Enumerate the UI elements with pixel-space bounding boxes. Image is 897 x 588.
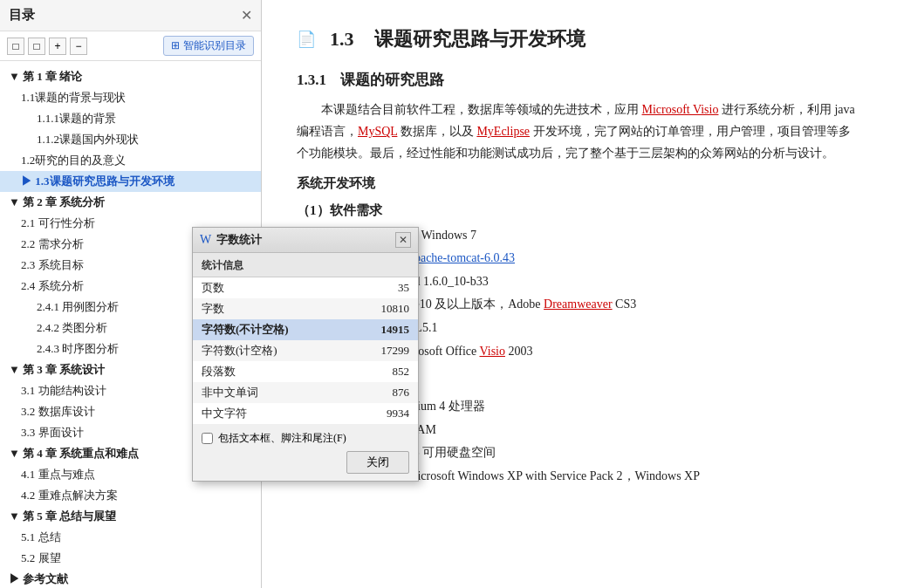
stat-value: 9934 bbox=[349, 403, 418, 424]
link-dreamweaver: Dreamweaver bbox=[544, 297, 613, 311]
sidebar-item-ch5-1[interactable]: 5.1 总结 bbox=[0, 527, 261, 548]
section-number: 1.3 bbox=[330, 28, 354, 50]
link-tomcat: apache-tomcat-6.0.43 bbox=[409, 251, 515, 264]
sidebar-item-ref[interactable]: ▶ 参考文献 bbox=[0, 569, 261, 588]
dialog-footer: 包括文本框、脚注和尾注(F) 关闭 bbox=[193, 424, 418, 481]
link-myeclipse: MyEclipse bbox=[476, 125, 530, 138]
link-visio2: Visio bbox=[479, 345, 505, 358]
link-mysql: MySQL bbox=[358, 125, 397, 138]
sidebar-item-ch1-1-2[interactable]: 1.1.2课题国内外现状 bbox=[0, 129, 261, 150]
close-button[interactable]: 关闭 bbox=[346, 451, 409, 474]
sidebar-item-ch1[interactable]: ▼ 第 1 章 绪论 bbox=[0, 66, 261, 87]
smart-toc-button[interactable]: ⊞ 智能识别目录 bbox=[163, 36, 254, 56]
sidebar-item-ch1-3[interactable]: ▶ 1.3课题研究思路与开发环境 bbox=[0, 171, 261, 192]
sidebar-item-ch1-1-1[interactable]: 1.1.1课题的背景 bbox=[0, 108, 261, 129]
checkbox-label[interactable]: 包括文本框、脚注和尾注(F) bbox=[218, 431, 346, 446]
sidebar-item-ch4-2[interactable]: 4.2 重难点解决方案 bbox=[0, 485, 261, 506]
software-req-title: （1）软件需求 bbox=[297, 202, 862, 219]
dialog-btn-row: 关闭 bbox=[202, 451, 409, 474]
stat-label: 页数 bbox=[193, 277, 349, 298]
sidebar-item-ch2[interactable]: ▼ 第 2 章 系统分析 bbox=[0, 192, 261, 213]
stat-value: 852 bbox=[349, 361, 418, 382]
sidebar-item-ch1-2[interactable]: 1.2研究的目的及意义 bbox=[0, 150, 261, 171]
stat-value: 876 bbox=[349, 382, 418, 403]
stat-value: 10810 bbox=[349, 298, 418, 319]
sidebar-item-ch5-2[interactable]: 5.2 展望 bbox=[0, 548, 261, 569]
stat-label: 非中文单词 bbox=[193, 382, 349, 403]
smart-toc-label: 智能识别目录 bbox=[183, 38, 246, 53]
doc-icon: 📄 bbox=[297, 30, 316, 49]
section-title: 课题研究思路与开发环境 bbox=[374, 28, 585, 50]
dialog-titlebar: W 字数统计 ✕ bbox=[193, 228, 418, 253]
table-row: 页数35 bbox=[193, 277, 418, 298]
table-row: 段落数852 bbox=[193, 361, 418, 382]
subsection-number: 1.3.1 bbox=[297, 72, 326, 88]
link-visio: Microsoft Visio bbox=[642, 103, 719, 116]
table-row: 字符数(不计空格)14915 bbox=[193, 319, 418, 340]
table-row: 字数10810 bbox=[193, 298, 418, 319]
stats-table: 页数35字数10810字符数(不计空格)14915字符数(计空格)17299段落… bbox=[193, 277, 418, 424]
stat-label: 字符数(计空格) bbox=[193, 340, 349, 361]
system-env-title: 系统开发环境 bbox=[297, 175, 862, 192]
stat-label: 段落数 bbox=[193, 361, 349, 382]
stat-label: 中文字符 bbox=[193, 403, 349, 424]
subsection-title: 课题的研究思路 bbox=[340, 72, 444, 88]
section-header-row: 📄 1.3 课题研究思路与开发环境 bbox=[297, 26, 862, 52]
checkbox-row[interactable]: 包括文本框、脚注和尾注(F) bbox=[202, 431, 409, 446]
stat-value: 17299 bbox=[349, 340, 418, 361]
sidebar-header: 目录 ✕ bbox=[0, 0, 261, 31]
subsection-header: 1.3.1 课题的研究思路 bbox=[297, 70, 862, 90]
toolbar-btn-1[interactable]: □ bbox=[7, 38, 24, 55]
dialog-section-label: 统计信息 bbox=[193, 253, 418, 277]
paragraph-1: 本课题结合目前软件工程，数据库等领域的先进技术，应用 Microsoft Vis… bbox=[297, 99, 862, 165]
table-row: 非中文单词876 bbox=[193, 382, 418, 403]
stat-label: 字数 bbox=[193, 298, 349, 319]
toolbar-btn-3[interactable]: + bbox=[49, 38, 66, 55]
table-row: 字符数(计空格)17299 bbox=[193, 340, 418, 361]
sidebar-item-ch1-1[interactable]: 1.1课题的背景与现状 bbox=[0, 87, 261, 108]
sidebar-title: 目录 bbox=[9, 7, 35, 24]
word-count-dialog[interactable]: W 字数统计 ✕ 统计信息 页数35字数10810字符数(不计空格)14915字… bbox=[192, 227, 419, 482]
toolbar-btn-2[interactable]: □ bbox=[28, 38, 45, 55]
table-row: 中文字符9934 bbox=[193, 403, 418, 424]
dialog-close-icon[interactable]: ✕ bbox=[395, 232, 411, 248]
stat-label: 字符数(不计空格) bbox=[193, 319, 349, 340]
toolbar-btn-4[interactable]: − bbox=[70, 38, 87, 55]
stat-value: 14915 bbox=[349, 319, 418, 340]
smart-toc-icon: ⊞ bbox=[171, 39, 180, 52]
include-textbox-checkbox[interactable] bbox=[202, 433, 213, 444]
dialog-title-text: 字数统计 bbox=[216, 232, 262, 248]
sidebar-close-icon[interactable]: ✕ bbox=[241, 7, 252, 24]
sidebar-toolbar: □ □ + − ⊞ 智能识别目录 bbox=[0, 31, 261, 61]
dialog-title-icon: W bbox=[200, 233, 211, 247]
sidebar-item-ch5[interactable]: ▼ 第 5 章 总结与展望 bbox=[0, 506, 261, 527]
stat-value: 35 bbox=[349, 277, 418, 298]
